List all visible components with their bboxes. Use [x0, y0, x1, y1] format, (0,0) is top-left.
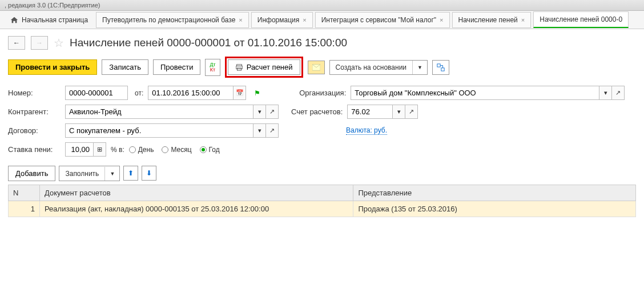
radio-label: День	[138, 146, 154, 154]
chevron-down-icon: ▼	[413, 62, 427, 73]
documents-table: N Документ расчетов Представление 1 Реал…	[8, 185, 636, 217]
currency-link[interactable]: Валюта: руб.	[346, 126, 387, 135]
tab-penalty-doc[interactable]: Начисление пеней 0000-0	[533, 11, 629, 28]
print-button-label: Расчет пеней	[247, 63, 293, 71]
printer-icon	[235, 63, 243, 71]
highlight-annotation: Расчет пеней	[225, 57, 303, 78]
tab-label: Путеводитель по демонстрационной базе	[102, 16, 235, 24]
tab-label: Информация	[257, 16, 299, 24]
close-icon[interactable]: ×	[521, 17, 525, 23]
cell-doc: Реализация (акт, накладная) 0000-000135 …	[40, 201, 353, 217]
rate-label: Ставка пени:	[8, 145, 61, 154]
tab-label: Начисление пеней 0000-0	[540, 15, 622, 23]
tab-penalty[interactable]: Начисление пеней ×	[452, 12, 532, 28]
chevron-down-icon[interactable]: ▾	[253, 105, 266, 119]
forward-button[interactable]: →	[31, 36, 48, 50]
close-icon[interactable]: ×	[303, 17, 306, 23]
toolbar: Провести и закрыть Записать Провести ДтК…	[0, 54, 644, 83]
post-button[interactable]: Провести	[153, 59, 201, 75]
table-row[interactable]: 1 Реализация (акт, накладная) 0000-00013…	[9, 201, 636, 217]
radio-icon	[162, 146, 168, 153]
move-up-button[interactable]: ⬆	[123, 166, 138, 181]
tab-info[interactable]: Информация ×	[251, 12, 313, 28]
create-based-dropdown[interactable]: Создать на основании ▼	[329, 60, 428, 75]
tab-guide[interactable]: Путеводитель по демонстрационной базе ×	[96, 12, 249, 28]
contract-label: Договор:	[8, 126, 61, 135]
page-title: Начисление пеней 0000-000001 от 01.10.20…	[70, 37, 347, 49]
col-doc[interactable]: Документ расчетов	[40, 185, 353, 201]
col-n[interactable]: N	[9, 185, 40, 201]
open-icon[interactable]: ↗	[612, 86, 625, 100]
table-toolbar: Добавить Заполнить ▼ ⬆ ⬇	[0, 163, 644, 183]
radio-icon	[200, 146, 207, 153]
open-icon[interactable]: ↗	[405, 105, 418, 119]
number-input[interactable]	[65, 86, 128, 100]
print-button[interactable]: Расчет пеней	[228, 59, 300, 75]
tab-label: Интеграция с сервисом "Мой налог"	[321, 16, 436, 24]
tab-label: Начисление пеней	[458, 16, 518, 24]
date-input[interactable]	[148, 86, 234, 100]
contract-input[interactable]	[65, 123, 253, 138]
org-input[interactable]	[351, 86, 599, 100]
post-and-close-button[interactable]: Провести и закрыть	[8, 59, 97, 75]
rate-input[interactable]	[65, 142, 94, 157]
home-icon	[10, 16, 18, 24]
account-label: Счет расчетов:	[291, 107, 343, 116]
close-icon[interactable]: ×	[440, 17, 443, 23]
form: Номер: от: 📅 ⚑ Организация: ▾ ↗ Контраге…	[0, 83, 644, 163]
radio-day[interactable]: День	[129, 146, 154, 154]
create-based-label: Создать на основании	[330, 61, 413, 74]
table-header-row: N Документ расчетов Представление	[9, 185, 636, 201]
fill-label: Заполнить	[59, 167, 105, 181]
col-repr[interactable]: Представление	[353, 185, 636, 201]
account-input[interactable]	[347, 105, 393, 119]
open-icon[interactable]: ↗	[266, 105, 279, 119]
tab-integration[interactable]: Интеграция с сервисом "Мой налог" ×	[315, 12, 450, 28]
related-button[interactable]	[432, 60, 449, 75]
flag-icon[interactable]: ⚑	[254, 89, 260, 97]
mail-button[interactable]	[308, 61, 325, 74]
radio-icon	[129, 146, 136, 153]
chevron-down-icon: ▼	[105, 168, 119, 179]
period-label: % в:	[111, 146, 124, 154]
radio-label: Месяц	[171, 146, 191, 154]
chevron-down-icon[interactable]: ▾	[253, 123, 266, 138]
radio-year[interactable]: Год	[200, 146, 220, 154]
cell-n: 1	[9, 201, 40, 217]
close-icon[interactable]: ×	[239, 17, 242, 23]
counterparty-label: Контрагент:	[8, 107, 61, 116]
svg-rect-4	[437, 63, 440, 66]
back-button[interactable]: ←	[8, 36, 25, 50]
calendar-icon[interactable]: 📅	[234, 86, 246, 100]
chevron-down-icon[interactable]: ▾	[393, 105, 405, 119]
open-icon[interactable]: ↗	[266, 123, 279, 138]
counterparty-input[interactable]	[65, 105, 253, 119]
dtkt-button[interactable]: ДтКт	[205, 59, 220, 76]
calculator-icon[interactable]: ⊞	[94, 142, 106, 157]
chevron-down-icon[interactable]: ▾	[599, 86, 612, 100]
fill-dropdown[interactable]: Заполнить ▼	[59, 166, 120, 181]
period-radio-group: День Месяц Год	[129, 146, 220, 154]
svg-rect-5	[441, 67, 444, 70]
tab-bar: Начальная страница Путеводитель по демон…	[0, 11, 644, 29]
related-icon	[437, 63, 445, 71]
radio-label: Год	[209, 146, 220, 154]
home-tab[interactable]: Начальная страница	[5, 13, 94, 27]
favorite-icon[interactable]: ☆	[54, 36, 64, 50]
home-tab-label: Начальная страница	[22, 16, 88, 24]
move-down-button[interactable]: ⬇	[142, 166, 156, 181]
radio-month[interactable]: Месяц	[162, 146, 191, 154]
dtkt-icon: ДтКт	[210, 62, 215, 73]
from-label: от:	[135, 89, 143, 97]
cell-repr: Продажа (135 от 25.03.2016)	[353, 201, 636, 217]
save-button[interactable]: Записать	[102, 59, 148, 75]
org-label: Организация:	[299, 89, 346, 97]
add-button[interactable]: Добавить	[8, 166, 55, 181]
number-label: Номер:	[8, 89, 61, 97]
window-titlebar: , редакция 3.0 (1С:Предприятие)	[0, 0, 644, 11]
mail-icon	[312, 64, 320, 71]
header: ← → ☆ Начисление пеней 0000-000001 от 01…	[0, 29, 644, 54]
